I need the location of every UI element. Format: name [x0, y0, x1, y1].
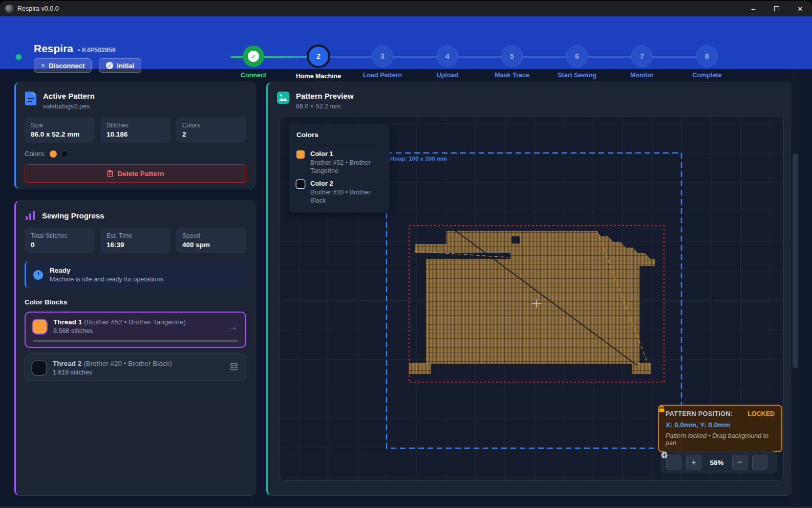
stat-colors: Colors 2 — [176, 117, 246, 143]
legend-swatch-black — [296, 180, 305, 188]
zoom-level: 58% — [706, 459, 728, 467]
minimize-button[interactable]: – — [741, 1, 765, 16]
thread-progress-bar — [33, 340, 238, 342]
maximize-button[interactable] — [765, 1, 788, 16]
fit-view-button[interactable] — [666, 455, 681, 470]
app-window: Respira v0.0.0 – ✕ Respira • K4P502956 ×… — [0, 1, 812, 508]
step-upload[interactable]: 4 Upload — [415, 46, 480, 79]
thread-stitch-count: 8.568 stitches — [53, 327, 186, 335]
refresh-icon — [660, 451, 668, 459]
color-swatch-tangerine — [50, 150, 57, 158]
connection-status-dot — [16, 54, 22, 60]
arrow-right-icon: → — [228, 321, 238, 333]
disconnect-button[interactable]: × Disconnect — [34, 58, 92, 73]
close-icon: × — [41, 61, 45, 70]
trash-icon — [107, 170, 113, 177]
step-circle: ✓ — [243, 46, 264, 67]
stat-total-stitches: Total Stitches 0 — [25, 228, 95, 253]
step-circle: 7 — [631, 46, 653, 67]
stitch-shape — [409, 230, 655, 374]
app-name: Respira — [34, 42, 73, 55]
step-circle: 5 — [501, 46, 523, 67]
layers-icon — [229, 362, 239, 373]
delete-pattern-button[interactable]: Delete Pattern — [25, 164, 246, 183]
sewing-progress-card: Sewing Progress Total Stitches 0 Est. Ti… — [14, 201, 255, 496]
pattern-dimensions: 86.0 × 52.2 mm — [296, 103, 354, 110]
active-pattern-card: Active Pattern valetudogv2.pes Size 86.0… — [14, 82, 255, 189]
step-start-sewing[interactable]: 6 Start Sewing — [545, 46, 609, 79]
pan-hint: Pattern locked • Drag background to pan — [666, 432, 775, 447]
machine-status-banner: Ready Machine is idle and ready for oper… — [25, 261, 246, 288]
card-title: Sewing Progress — [42, 211, 104, 220]
color-swatch-black — [61, 150, 68, 158]
title-bar[interactable]: Respira v0.0.0 – ✕ — [0, 1, 812, 16]
step-home-machine[interactable]: 2 Home Machine — [286, 46, 351, 80]
lock-status: LOCKED — [747, 410, 775, 417]
step-mask-trace[interactable]: 5 Mask Trace — [480, 46, 544, 79]
vertical-scrollbar[interactable] — [792, 69, 799, 508]
lock-icon — [659, 406, 665, 412]
step-circle: 2 — [307, 45, 330, 68]
zoom-out-button[interactable]: − — [732, 455, 747, 470]
legend-entry-color1: Color 1 Brother #52 • Brother Tangerine — [296, 150, 382, 175]
step-complete[interactable]: 8 Complete — [675, 46, 739, 79]
pattern-coordinates: X: 0.0mm, Y: 0.0mm — [666, 421, 775, 429]
step-load-pattern[interactable]: 3 Load Pattern — [350, 46, 415, 79]
step-circle: 3 — [372, 46, 393, 67]
check-circle-icon: ✓ — [106, 62, 113, 69]
app-header: Respira • K4P502956 × Disconnect ✓ Initi… — [0, 16, 812, 69]
stat-stitches: Stitches 10.186 — [100, 117, 170, 143]
step-connect[interactable]: ✓ Connect — [221, 46, 286, 79]
pattern-position-overlay: PATTERN POSITION: LOCKED X: 0.0mm, Y: 0.… — [658, 405, 782, 452]
step-circle: 6 — [566, 46, 588, 67]
colors-legend: Colors Color 1 Brother #52 • Brother Tan… — [289, 124, 390, 212]
hoop-label: Hoop: 100 x 100 mm — [390, 156, 447, 162]
bar-chart-icon — [25, 210, 35, 220]
colors-label: Colors: — [25, 150, 46, 158]
stat-speed: Speed 400 spm — [176, 228, 246, 253]
document-icon — [25, 92, 36, 105]
initial-button[interactable]: ✓ Initial — [99, 58, 141, 73]
thread-block-2[interactable]: Thread 2 (Brother #20 • Brother Black) 1… — [25, 354, 246, 381]
pattern-filename: valetudogv2.pes — [43, 103, 95, 110]
close-button[interactable]: ✕ — [788, 1, 812, 16]
stat-est-time: Est. Time 16:39 — [100, 228, 170, 253]
thread-block-1[interactable]: Thread 1 (Brother #52 • Brother Tangerin… — [25, 312, 246, 348]
thread-color-swatch — [33, 320, 47, 334]
step-monitor[interactable]: 7 Monitor — [610, 46, 674, 79]
check-icon: ✓ — [248, 51, 259, 62]
machine-serial: • K4P502956 — [78, 47, 116, 54]
clock-icon — [33, 270, 43, 280]
color-blocks-label: Color Blocks — [16, 288, 255, 306]
stat-size: Size 86.0 x 52.2 mm — [25, 117, 95, 143]
preview-canvas[interactable]: Hoop: 100 x 100 mm Colors Color 1 Brothe… — [280, 117, 784, 481]
thread-color-swatch — [32, 361, 46, 375]
legend-swatch-tangerine — [296, 150, 305, 159]
image-icon — [277, 92, 289, 104]
window-title: Respira v0.0.0 — [17, 5, 59, 12]
card-title: Active Pattern — [43, 92, 95, 100]
thread-title: Thread 2 (Brother #20 • Brother Black) — [53, 360, 172, 367]
pattern-preview-card: Pattern Preview 86.0 × 52.2 mm — [266, 82, 792, 496]
thread-stitch-count: 1.618 stitches — [53, 369, 172, 376]
step-circle: 4 — [437, 46, 458, 67]
thread-title: Thread 1 (Brother #52 • Brother Tangerin… — [53, 318, 186, 326]
card-title: Pattern Preview — [296, 92, 354, 100]
screen: Respira v0.0.0 – ✕ Respira • K4P502956 ×… — [0, 0, 812, 508]
app-icon — [5, 5, 13, 13]
zoom-in-button[interactable]: + — [686, 455, 701, 470]
legend-entry-color2: Color 2 Brother #20 • Brother Black — [296, 180, 382, 205]
scrollbar-thumb[interactable] — [793, 153, 798, 368]
reset-view-button[interactable] — [752, 455, 767, 470]
zoom-toolbar: + 58% − — [660, 451, 777, 474]
step-circle: 8 — [696, 46, 718, 67]
maximize-icon — [774, 6, 779, 11]
